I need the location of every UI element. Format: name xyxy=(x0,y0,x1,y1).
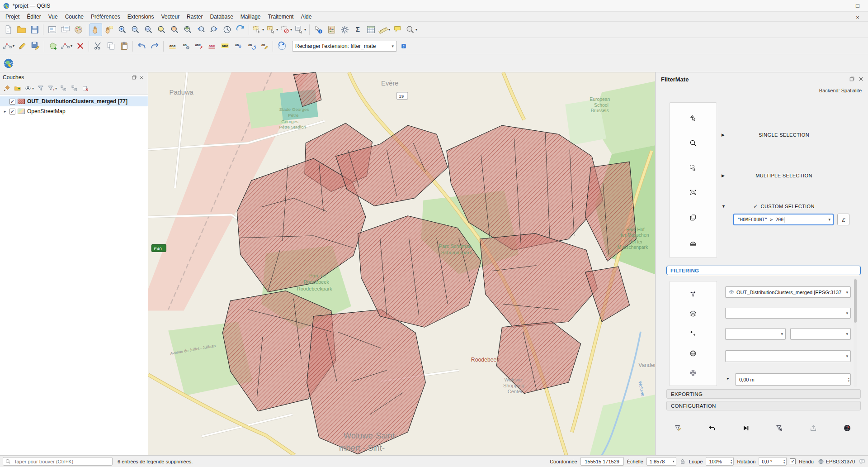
filter-legend-button[interactable] xyxy=(36,83,46,93)
locator-search[interactable] xyxy=(3,457,113,466)
field-combobox[interactable]: ▾ xyxy=(725,308,851,319)
add-geometry-button[interactable] xyxy=(683,324,703,343)
add-feature-button[interactable] xyxy=(47,40,59,52)
zoom-last-button[interactable] xyxy=(194,24,207,36)
collapse-arrow-icon[interactable]: ▼ xyxy=(722,204,731,209)
chevron-down-icon[interactable]: ▾ xyxy=(844,290,849,295)
filtering-section-header[interactable]: FILTERING xyxy=(666,266,861,275)
layer-checkbox[interactable]: ✓ xyxy=(9,109,15,114)
operator-combobox[interactable]: ▾ xyxy=(725,328,786,340)
identify-tool-button[interactable] xyxy=(683,233,703,252)
menu-couche[interactable]: Couche xyxy=(61,13,87,21)
close-button[interactable]: × xyxy=(847,12,868,24)
style-manager-button[interactable] xyxy=(72,24,85,36)
redo-button[interactable] xyxy=(148,40,161,52)
geographic-filter-button[interactable] xyxy=(683,344,703,363)
export-button[interactable] xyxy=(802,417,824,439)
crs-button[interactable]: EPSG:31370 xyxy=(817,458,856,465)
chevron-down-icon[interactable]: ▾ xyxy=(844,311,849,315)
pointer-click-tool-button[interactable] xyxy=(683,109,703,128)
current-edits-button[interactable]: ▾ xyxy=(2,40,15,52)
help-button[interactable]: ? xyxy=(397,40,410,52)
menu-aide[interactable]: Aide xyxy=(297,13,315,21)
expression-text[interactable]: "HOMECOUNT" > 200 xyxy=(737,217,783,222)
deselect-all-button[interactable]: ▾ xyxy=(279,24,293,36)
undo-filter-button[interactable] xyxy=(701,417,723,439)
undock-panel-icon[interactable] xyxy=(131,74,138,81)
menu-projet[interactable]: Projet xyxy=(2,13,23,21)
identify-features-button[interactable]: i xyxy=(312,24,325,36)
cut-features-button[interactable] xyxy=(91,40,104,52)
redo-filter-button[interactable] xyxy=(735,417,757,439)
spin-arrows[interactable]: ▴▾ xyxy=(783,459,785,464)
filtermate-logo-button[interactable] xyxy=(836,417,858,439)
copy-features-button[interactable] xyxy=(104,40,117,52)
coordinate-input[interactable] xyxy=(580,457,624,466)
scale-combobox[interactable]: 1:8578 ▾ xyxy=(646,457,676,466)
unplaced-labels-button[interactable]: abc xyxy=(205,40,218,52)
buffer-expand-arrow[interactable]: ▸ xyxy=(727,376,729,381)
field-calculator-button[interactable] xyxy=(325,24,338,36)
toggle-editing-button[interactable] xyxy=(16,40,28,52)
open-project-button[interactable] xyxy=(15,24,28,36)
options-button[interactable] xyxy=(338,24,351,36)
maximize-button[interactable]: □ xyxy=(847,0,868,12)
buffer-spinbox[interactable]: 0,00 m ▴▾ xyxy=(735,373,851,386)
vertex-tool-button[interactable]: ▾ xyxy=(60,40,73,52)
map-svg[interactable]: PaduwaEvèreStade GeorgesPètreGeorgesPètr… xyxy=(148,72,655,455)
temporal-controller-button[interactable] xyxy=(221,24,233,36)
pin-labels-button[interactable]: abc xyxy=(192,40,205,52)
plugin-reload-combobox[interactable]: Recharger l'extension: filter_mate ▾ xyxy=(292,41,397,52)
menu-database[interactable]: Database xyxy=(206,13,236,21)
checkmark-icon[interactable]: ✓ xyxy=(753,203,758,210)
expand-all-button[interactable] xyxy=(59,83,69,93)
expression-combobox[interactable]: "HOMECOUNT" > 200 ▾ xyxy=(733,214,834,225)
search-input[interactable] xyxy=(13,458,110,465)
menu-extensions[interactable]: Extensions xyxy=(124,13,158,21)
spin-arrows[interactable]: ▴▾ xyxy=(731,459,732,464)
statistical-summary-button[interactable]: Σ xyxy=(351,24,364,36)
remove-layer-button[interactable] xyxy=(80,83,90,93)
layout-manager-button[interactable] xyxy=(59,24,71,36)
buffer-button[interactable] xyxy=(683,363,703,382)
zoom-in-button[interactable] xyxy=(116,24,128,36)
messages-icon[interactable] xyxy=(859,458,865,465)
rotate-label-button[interactable]: ab xyxy=(245,40,257,52)
rectangle-select-tool-button[interactable] xyxy=(683,158,703,177)
refresh-map-button[interactable] xyxy=(234,24,246,36)
filter-button[interactable] xyxy=(667,417,689,439)
chevron-down-icon[interactable]: ▾ xyxy=(844,332,849,336)
layer-diagram-button[interactable]: ab xyxy=(179,40,192,52)
save-project-button[interactable] xyxy=(28,24,41,36)
configuration-section-header[interactable]: CONFIGURATION xyxy=(666,401,861,410)
menu-maillage[interactable]: Maillage xyxy=(237,13,264,21)
layers-button[interactable] xyxy=(683,304,703,323)
zoom-tool-button[interactable] xyxy=(683,133,703,152)
clear-filter-button[interactable] xyxy=(769,417,790,439)
paste-features-button[interactable] xyxy=(118,40,130,52)
layer-row[interactable]: ▸✓OpenStreetMap xyxy=(0,106,148,116)
zoom-to-selection-button[interactable] xyxy=(168,24,181,36)
locator-button[interactable]: ▾ xyxy=(405,24,418,36)
predicate-combobox[interactable]: ▾ xyxy=(725,350,851,362)
move-label-button[interactable]: ab xyxy=(231,40,244,52)
menu-preferences[interactable]: Préférences xyxy=(87,13,124,21)
delete-selected-button[interactable] xyxy=(74,40,86,52)
filter-by-expression-button[interactable]: ε▾ xyxy=(47,83,58,93)
rotation-spinbox[interactable]: 0,0 ° ▴▾ xyxy=(759,457,787,466)
undo-button[interactable] xyxy=(135,40,148,52)
select-features-button[interactable]: ▾ xyxy=(251,24,265,36)
open-layer-styling-button[interactable] xyxy=(2,83,12,93)
filtermate-plugin-button[interactable] xyxy=(2,57,15,70)
expand-arrow-icon[interactable]: ▶ xyxy=(722,173,731,178)
multiple-selection-row[interactable]: ▶ MULTIPLE SELECTION xyxy=(722,171,837,180)
zoom-next-button[interactable] xyxy=(208,24,220,36)
attribute-table-button[interactable] xyxy=(364,24,377,36)
close-panel-icon[interactable] xyxy=(857,75,864,82)
single-selection-row[interactable]: ▶ SINGLE SELECTION xyxy=(722,130,837,139)
chevron-down-icon[interactable]: ▾ xyxy=(827,217,832,222)
pan-map-button[interactable] xyxy=(90,24,102,36)
zoom-to-selection-tool-button[interactable] xyxy=(683,183,703,202)
menu-vecteur[interactable]: Vecteur xyxy=(157,13,183,21)
magnifier-spinbox[interactable]: 100% ▴▾ xyxy=(706,457,734,466)
